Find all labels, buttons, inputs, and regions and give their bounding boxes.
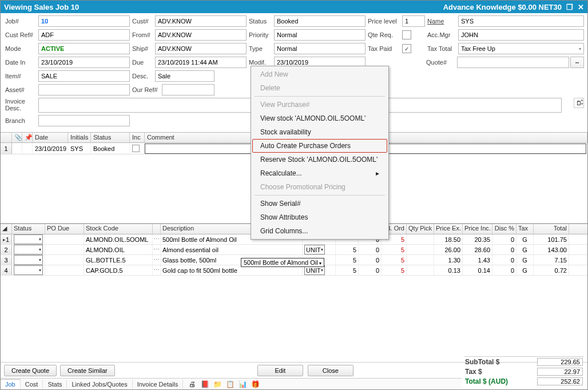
gift-icon[interactable]: 🎁	[251, 380, 260, 389]
qtypick-cell	[407, 265, 434, 275]
menu-auto-create-po[interactable]: Auto Create Purchase Orders	[252, 139, 387, 153]
custref-field[interactable]: ADF	[38, 29, 130, 41]
description-cell: Almond essential oil	[161, 245, 303, 254]
accmgr-field[interactable]: JOHN	[458, 29, 584, 41]
edit-button[interactable]: Edit	[257, 365, 303, 376]
from-field[interactable]: ADV.KNOW	[155, 29, 247, 41]
podue-cell	[45, 255, 84, 265]
ourref-field[interactable]	[162, 84, 214, 95]
menu-recalculate-label: Recalculate...	[260, 169, 302, 177]
datein-field[interactable]: 23/10/2019	[38, 57, 130, 68]
total-label: Total $ (AUD)	[465, 377, 534, 385]
grid1-col-initials[interactable]: Initials	[68, 133, 91, 142]
grid1-col-pin[interactable]: 📌	[22, 133, 33, 142]
status-dropdown[interactable]: ▾	[14, 234, 43, 244]
stock-lookup-button[interactable]: ⋯	[153, 255, 161, 265]
row-number: 2	[1, 245, 12, 254]
grid1-col-inc[interactable]: Inc	[130, 133, 145, 142]
mode-field[interactable]: ACTIVE	[38, 43, 130, 54]
due-field[interactable]: 23/10/2019 11:44 AM	[155, 57, 247, 68]
g2-col-stock[interactable]: Stock Code	[84, 224, 153, 234]
unit-cell[interactable]: UNIT▾	[303, 245, 336, 254]
status-cell[interactable]: ▾	[12, 255, 45, 265]
status-cell[interactable]: ▾	[12, 265, 45, 275]
cust-field[interactable]: ADV.KNOW	[155, 15, 247, 27]
type-field[interactable]: Normal	[274, 43, 365, 54]
menu-show-attributes[interactable]: Show Attributes	[252, 210, 387, 224]
stock-lookup-button[interactable]: ⋯	[153, 265, 161, 275]
bord-cell: 5	[382, 255, 407, 265]
report-icon[interactable]: 📊	[238, 380, 247, 389]
chevron-down-icon: ▾	[321, 268, 323, 273]
tab-stats[interactable]: Stats	[43, 380, 67, 389]
status-cell[interactable]: ▾	[12, 245, 45, 254]
priority-field[interactable]: Normal	[274, 29, 365, 41]
quote-lookup-button[interactable]: ⋯	[570, 57, 584, 68]
g2-col-pinc[interactable]: Price Inc.	[463, 224, 492, 234]
g2-col-tax[interactable]: Tax	[517, 224, 534, 234]
close-icon[interactable]: ✕	[578, 3, 584, 11]
unit-dropdown[interactable]: UNIT▾	[304, 245, 325, 254]
menu-reserve-stock[interactable]: Reserve Stock 'ALMOND.OIL.5OOML'	[252, 153, 387, 166]
g2-col-pex[interactable]: Price Ex.	[434, 224, 463, 234]
restore-icon[interactable]: ❐	[566, 3, 573, 11]
qtypick-cell	[407, 234, 434, 244]
taxtotal-field[interactable]: Tax Free Up▾	[458, 43, 584, 54]
pricelevel-field[interactable]: 1	[402, 15, 425, 27]
ship-field[interactable]: ADV.KNOW	[155, 43, 247, 54]
job-field[interactable]: 10	[38, 15, 130, 27]
notes-icon[interactable]: 🗒	[574, 98, 584, 108]
menu-view-stock[interactable]: View stock 'ALMOND.OIL.5OOML'	[252, 112, 387, 125]
status-dropdown[interactable]: ▾	[14, 255, 43, 265]
stock-lookup-button[interactable]: ⋯	[153, 245, 161, 254]
label-qtereq: Qte Req.	[367, 31, 401, 38]
name-field[interactable]: SYS	[458, 15, 584, 27]
inc-checkbox[interactable]	[132, 145, 140, 152]
g2-col-pick[interactable]: Qty Pick	[407, 224, 434, 234]
tab-job[interactable]: Job	[1, 379, 21, 389]
grid1-cell-inc	[130, 143, 145, 154]
item-field[interactable]: SALE	[38, 70, 130, 82]
clipboard-icon[interactable]: 📋	[225, 380, 235, 389]
tab-invoice-details[interactable]: Invoice Details	[133, 380, 184, 389]
grid1-cell-status: Booked	[91, 143, 130, 154]
branch-field[interactable]	[38, 115, 130, 126]
label-accmgr: Acc.Mgr	[426, 31, 457, 38]
bord-cell: 5	[382, 265, 407, 275]
menu-show-serial[interactable]: Show Serial#	[252, 197, 387, 210]
folder-icon[interactable]: 📁	[213, 380, 222, 389]
desc-field[interactable]: Sale	[155, 70, 214, 82]
g2-col-podue[interactable]: PO Due	[45, 224, 84, 234]
tab-linked[interactable]: Linked Jobs/Quotes	[67, 380, 132, 389]
stock-code-cell: CAP.GOLD.5	[84, 265, 153, 275]
status-cell[interactable]: ▾	[12, 234, 45, 244]
label-name[interactable]: Name	[426, 18, 457, 25]
lines-grid-row[interactable]: 2 ▾ ALMOND.OIL ⋯ Almond essential oil UN…	[1, 245, 587, 255]
g2-col-status[interactable]: Status	[12, 224, 45, 234]
close-button[interactable]: Close	[308, 365, 353, 376]
menu-grid-columns[interactable]: Grid Columns...	[252, 224, 387, 238]
status-dropdown[interactable]: ▾	[14, 245, 43, 254]
menu-stock-availability[interactable]: Stock availability	[252, 125, 387, 139]
tax-cell: G	[517, 234, 534, 244]
qtereq-checkbox[interactable]	[402, 30, 411, 39]
grid1-col-date[interactable]: Date	[33, 133, 68, 142]
label-taxtotal: Tax Total	[426, 45, 457, 52]
print-icon[interactable]: 🖨	[188, 380, 197, 389]
status-dropdown[interactable]: ▾	[14, 265, 43, 275]
tab-cost[interactable]: Cost	[21, 380, 43, 389]
doc-icon[interactable]: 📕	[200, 380, 209, 389]
taxpaid-checkbox[interactable]: ✓	[402, 44, 411, 53]
label-quote: Quote#	[425, 59, 456, 66]
status-field[interactable]: Booked	[274, 15, 365, 27]
stock-lookup-button[interactable]: ⋯	[153, 234, 161, 244]
asset-field[interactable]	[38, 84, 130, 95]
g2-col-total[interactable]: Total	[534, 224, 569, 234]
tax-label: Tax $	[465, 368, 534, 376]
menu-recalculate[interactable]: Recalculate...▸	[252, 166, 387, 180]
grid1-col-attach[interactable]: 📎	[12, 133, 22, 142]
g2-col-disc[interactable]: Disc %	[492, 224, 517, 234]
grid1-col-status[interactable]: Status	[91, 133, 130, 142]
stock-code-cell: ALMOND.OIL	[84, 245, 153, 254]
quote-field[interactable]	[457, 57, 569, 68]
